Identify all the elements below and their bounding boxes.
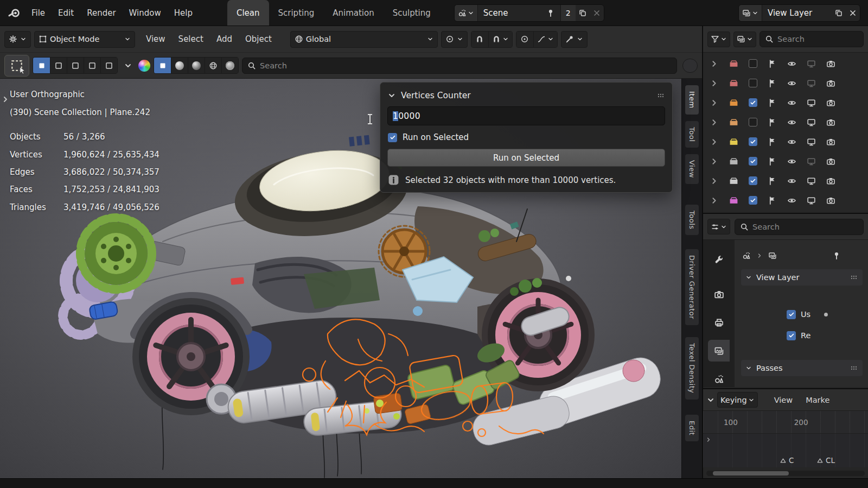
expand-chevron-icon[interactable]: [710, 79, 719, 88]
blender-logo-icon[interactable]: [8, 7, 21, 20]
disable-render-camera-icon[interactable]: [826, 137, 835, 147]
timeline-menu-view[interactable]: View: [769, 392, 798, 408]
collection-icon[interactable]: [729, 176, 738, 186]
editor-type-dropdown[interactable]: [707, 219, 730, 235]
exclude-flag-icon[interactable]: [768, 79, 777, 88]
grip-icon[interactable]: [656, 91, 665, 100]
view-layer-remove-button[interactable]: [846, 5, 860, 21]
workspace-tab[interactable]: Sculpting: [384, 0, 440, 26]
outliner-row[interactable]: [703, 151, 868, 171]
collection-icon[interactable]: [729, 196, 738, 205]
collection-checkbox[interactable]: [749, 176, 757, 185]
collection-checkbox[interactable]: [749, 98, 757, 107]
collection-checkbox[interactable]: [749, 79, 757, 87]
disable-render-camera-icon[interactable]: [826, 98, 835, 107]
disable-viewport-screen-icon[interactable]: [807, 176, 816, 186]
disable-render-camera-icon[interactable]: [826, 118, 835, 127]
timeline-ruler[interactable]: 100200: [703, 411, 868, 434]
select-mode-new-button[interactable]: [33, 58, 50, 73]
box-select-tool-button[interactable]: [4, 55, 29, 77]
disable-render-camera-icon[interactable]: [826, 157, 835, 166]
scene-copy-button[interactable]: [576, 5, 590, 21]
select-mode-subtract-button[interactable]: [67, 58, 84, 73]
transform-orientation-dropdown[interactable]: Global: [290, 31, 438, 48]
scrollbar-thumb[interactable]: [713, 471, 789, 476]
topbar-menu-item[interactable]: Window: [123, 5, 168, 21]
tab-view-layer[interactable]: [708, 340, 730, 362]
disable-viewport-screen-icon[interactable]: [807, 196, 816, 205]
disable-render-camera-icon[interactable]: [826, 176, 835, 186]
grip-icon[interactable]: [850, 273, 858, 282]
sidebar-tab[interactable]: Driver Generator: [685, 249, 699, 325]
toolbar-expand-chevron[interactable]: [1, 95, 10, 104]
hide-eye-icon[interactable]: [787, 79, 796, 88]
timeline-marker[interactable]: C: [779, 456, 794, 465]
pin-icon[interactable]: [546, 9, 555, 17]
timeline-marker[interactable]: CL: [816, 456, 835, 465]
collection-icon[interactable]: [729, 118, 738, 127]
exclude-flag-icon[interactable]: [768, 157, 777, 166]
view-layer-option[interactable]: Re: [787, 329, 863, 341]
timeline-menu-marker[interactable]: Marke: [800, 392, 835, 408]
view-layer-name-field[interactable]: View Layer: [762, 5, 832, 21]
disable-viewport-screen-icon[interactable]: [807, 79, 816, 88]
scene-users-count[interactable]: 2: [560, 5, 576, 21]
exclude-flag-icon[interactable]: [768, 118, 777, 127]
expand-chevron-icon[interactable]: [710, 98, 719, 107]
view-layer-copy-button[interactable]: [832, 5, 846, 21]
workspace-tab[interactable]: Clean: [227, 0, 269, 26]
outliner-row[interactable]: [703, 191, 868, 210]
disable-render-camera-icon[interactable]: [826, 196, 835, 205]
run-on-selected-button[interactable]: Run on Selected: [387, 149, 665, 167]
collection-checkbox[interactable]: [749, 59, 757, 68]
sidebar-tab[interactable]: Edit: [685, 415, 699, 441]
outliner-row[interactable]: [703, 93, 868, 112]
decorator-dot[interactable]: [824, 313, 828, 316]
vertex-count-input[interactable]: 10000: [387, 106, 665, 125]
tool-settings-dropdown[interactable]: [4, 31, 31, 48]
grip-icon[interactable]: [850, 364, 858, 372]
passes-panel-header[interactable]: Passes: [741, 360, 863, 376]
timeline-scrollbar[interactable]: [706, 471, 865, 476]
expand-chevron-icon[interactable]: [710, 137, 719, 147]
expand-chevron-icon[interactable]: [710, 118, 719, 127]
scene-browse-button[interactable]: [455, 5, 478, 21]
shading-rendered-button[interactable]: [205, 58, 221, 73]
viewport-menu-item[interactable]: Select: [172, 31, 210, 47]
hide-eye-icon[interactable]: [787, 98, 796, 107]
sidebar-tab[interactable]: Tools: [685, 205, 699, 236]
tab-scene[interactable]: [708, 368, 730, 387]
sidebar-tab[interactable]: Tool: [685, 121, 699, 148]
hide-eye-icon[interactable]: [787, 59, 796, 68]
collection-icon[interactable]: [729, 98, 738, 107]
exclude-flag-icon[interactable]: [768, 176, 777, 186]
exclude-flag-icon[interactable]: [768, 196, 777, 205]
outliner-row[interactable]: [703, 112, 868, 132]
viewport-menu-item[interactable]: Add: [210, 31, 239, 47]
disable-viewport-screen-icon[interactable]: [807, 59, 816, 68]
viewport-menu-item[interactable]: View: [139, 31, 172, 47]
pin-icon[interactable]: [832, 251, 841, 260]
topbar-menu-item[interactable]: Edit: [52, 5, 80, 21]
option-checkbox[interactable]: [787, 310, 796, 319]
topbar-menu-item[interactable]: File: [25, 5, 52, 21]
exclude-flag-icon[interactable]: [768, 59, 777, 68]
collection-icon[interactable]: [729, 157, 738, 166]
select-mode-extend-button[interactable]: [50, 58, 67, 73]
tab-render[interactable]: [708, 283, 730, 305]
topbar-menu-item[interactable]: Render: [80, 5, 122, 21]
viewport-menu-item[interactable]: Object: [239, 31, 278, 47]
disable-render-camera-icon[interactable]: [826, 79, 835, 88]
option-checkbox[interactable]: [787, 331, 796, 340]
header-options-pill[interactable]: [682, 59, 698, 73]
expand-chevron-icon[interactable]: [710, 196, 719, 205]
disable-viewport-screen-icon[interactable]: [807, 157, 816, 166]
expand-chevron-icon[interactable]: [710, 59, 719, 68]
snap-settings-dropdown[interactable]: [488, 31, 512, 47]
run-on-selected-checkbox[interactable]: Run on Selected: [388, 132, 665, 142]
timeline-body[interactable]: C CL: [703, 434, 868, 467]
collection-checkbox[interactable]: [749, 196, 757, 205]
sidebar-tab[interactable]: Texel Density: [685, 337, 699, 399]
expand-chevron-icon[interactable]: [710, 176, 719, 186]
exclude-flag-icon[interactable]: [768, 98, 777, 107]
